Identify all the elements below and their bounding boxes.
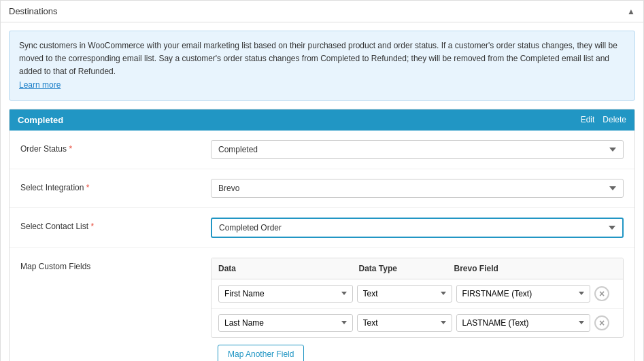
select-integration-control: Brevo Mailchimp ActiveCampaign — [211, 179, 624, 198]
data-select-2[interactable]: Last Name First Name Email — [218, 314, 353, 332]
brevo-field-select-2[interactable]: LASTNAME (Text) FIRSTNAME (Text) EMAIL (… — [456, 314, 591, 332]
destination-card-title: Completed — [18, 115, 63, 125]
order-status-select[interactable]: Completed Processing Refunded Cancelled — [211, 140, 624, 159]
destination-card-body: Order Status * Completed Processing Refu… — [10, 131, 634, 361]
order-status-label: Order Status * — [20, 140, 211, 154]
card-header-actions: Edit Delete — [581, 115, 626, 124]
map-another-field-button[interactable]: Map Another Field — [218, 345, 304, 361]
map-fields-header: Data Data Type Brevo Field — [211, 258, 623, 279]
data-select-1[interactable]: First Name Last Name Email — [218, 285, 353, 303]
select-contact-list-label: Select Contact List * — [20, 218, 211, 231]
collapse-icon[interactable]: ▲ — [627, 7, 635, 16]
destination-card-header: Completed Edit Delete — [10, 109, 634, 131]
col-header-data-type: Data Type — [359, 264, 454, 273]
brevo-field-select-1[interactable]: FIRSTNAME (Text) LASTNAME (Text) EMAIL (… — [456, 285, 591, 303]
info-banner: Sync customers in WooCommerce with your … — [9, 31, 635, 101]
select-integration-select[interactable]: Brevo Mailchimp ActiveCampaign — [211, 179, 624, 198]
order-status-row: Order Status * Completed Processing Refu… — [10, 131, 634, 169]
data-type-select-1[interactable]: Text Number Date — [357, 285, 452, 303]
select-contact-list-control: Completed Order Newsletter VIP Customers — [211, 218, 624, 238]
remove-row-1-button[interactable]: × — [594, 286, 609, 301]
select-contact-list-select[interactable]: Completed Order Newsletter VIP Customers — [211, 218, 624, 238]
edit-link[interactable]: Edit — [581, 115, 595, 124]
destination-card: Completed Edit Delete Order Status * Com… — [9, 109, 635, 361]
page-header: Destinations ▲ — [1, 1, 643, 22]
map-custom-fields-label: Map Custom Fields — [20, 258, 211, 271]
map-custom-fields-row: Map Custom Fields Data Data Type Brevo F… — [10, 248, 634, 361]
col-header-data: Data — [218, 264, 359, 273]
select-integration-label: Select Integration * — [20, 179, 211, 192]
select-contact-list-row: Select Contact List * Completed Order Ne… — [10, 208, 634, 248]
select-integration-row: Select Integration * Brevo Mailchimp Act… — [10, 169, 634, 208]
map-fields-row: First Name Last Name Email Text Number D… — [211, 279, 623, 309]
map-custom-fields-control: Data Data Type Brevo Field First Name La… — [211, 258, 624, 361]
info-banner-text: Sync customers in WooCommerce with your … — [19, 41, 617, 76]
page-title: Destinations — [9, 6, 58, 16]
delete-link[interactable]: Delete — [603, 115, 626, 124]
map-fields-row: Last Name First Name Email Text Number D… — [211, 309, 623, 337]
learn-more-link[interactable]: Learn more — [19, 80, 61, 90]
col-header-brevo-field: Brevo Field — [454, 264, 595, 273]
data-type-select-2[interactable]: Text Number Date — [357, 314, 452, 332]
map-fields-table: Data Data Type Brevo Field First Name La… — [211, 258, 624, 338]
order-status-control: Completed Processing Refunded Cancelled — [211, 140, 624, 159]
remove-row-2-button[interactable]: × — [594, 315, 609, 330]
